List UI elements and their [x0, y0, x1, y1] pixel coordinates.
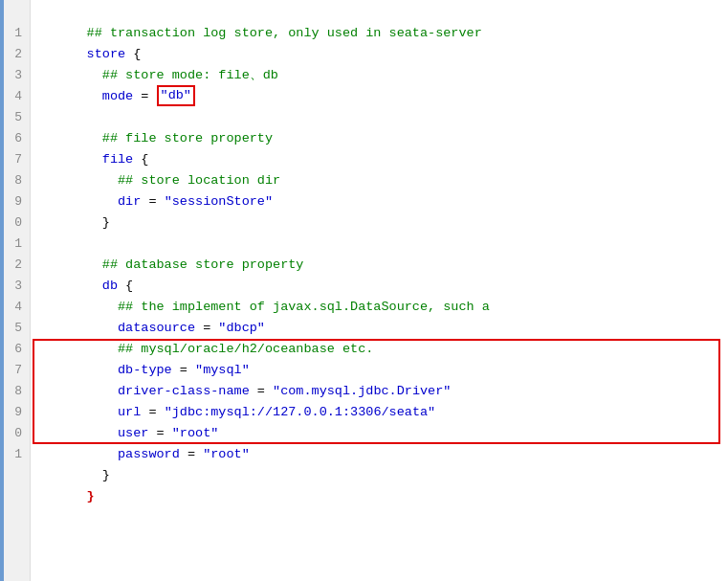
- line-numbers: 1 2 3 4 5 6 7 8 9 0 1 2 3 4 5 6 7 8 9 0 …: [4, 0, 31, 581]
- code-line: }: [40, 444, 728, 465]
- code-line: ## store location dir: [40, 149, 728, 170]
- line-num: 9: [11, 191, 22, 212]
- line-num: 0: [11, 423, 22, 444]
- line-num: 9: [11, 402, 22, 423]
- line-num: 1: [11, 23, 22, 44]
- code-line: ## transaction log store, only used in s…: [40, 2, 728, 23]
- line-num: 6: [11, 128, 22, 149]
- code-line: password = "root": [40, 423, 728, 444]
- code-line: }: [40, 191, 728, 212]
- code-line: store {: [40, 23, 728, 44]
- line-num: 1: [11, 444, 22, 465]
- code-line: url = "jdbc:mysql://127.0.0.1:3306/seata…: [40, 381, 728, 402]
- code-line: user = "root": [40, 402, 728, 423]
- line-num: 7: [11, 149, 22, 170]
- line-num: 0: [11, 212, 22, 234]
- code-line: mode = "db": [40, 65, 728, 86]
- code-line: db {: [40, 255, 728, 276]
- line-num: 5: [11, 107, 22, 128]
- line-num: 2: [11, 255, 22, 276]
- code-line: datasource = "dbcp": [40, 297, 728, 318]
- code-line: }: [40, 465, 728, 486]
- code-area[interactable]: ## transaction log store, only used in s…: [31, 0, 728, 581]
- line-num: 2: [11, 44, 22, 65]
- line-num: 3: [11, 65, 22, 86]
- editor-container: 1 2 3 4 5 6 7 8 9 0 1 2 3 4 5 6 7 8 9 0 …: [0, 0, 728, 581]
- line-num: [11, 486, 22, 507]
- code-line: [40, 86, 728, 107]
- line-num: [11, 465, 22, 486]
- code-line: ## file store property: [40, 107, 728, 128]
- line-num: 4: [11, 86, 22, 107]
- line-num: 7: [11, 360, 22, 381]
- line-num: 6: [11, 339, 22, 360]
- line-num: 8: [11, 170, 22, 191]
- line-num: 3: [11, 276, 22, 297]
- line-num: 1: [11, 234, 22, 255]
- code-line: [40, 212, 728, 234]
- code-line: ## database store property: [40, 234, 728, 255]
- code-line: driver-class-name = "com.mysql.jdbc.Driv…: [40, 360, 728, 381]
- line-num: [11, 2, 22, 23]
- line-num: 5: [11, 318, 22, 339]
- code-line: ## store mode: file、db: [40, 44, 728, 65]
- line-num: 4: [11, 297, 22, 318]
- code-text: }: [87, 489, 95, 503]
- line-num: 8: [11, 381, 22, 402]
- code-line: dir = "sessionStore": [40, 170, 728, 191]
- code-line: ## the implement of javax.sql.DataSource…: [40, 276, 728, 297]
- code-line: db-type = "mysql": [40, 339, 728, 360]
- code-line: ## mysql/oracle/h2/oceanbase etc.: [40, 318, 728, 339]
- code-line: file {: [40, 128, 728, 149]
